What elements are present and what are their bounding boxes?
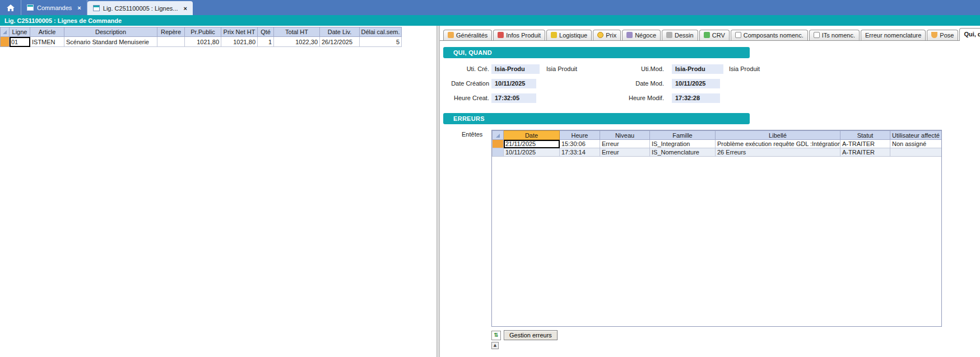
- main-area: Ligne Article Description Repère Pr.Publ…: [0, 26, 980, 357]
- home-button[interactable]: [0, 0, 21, 15]
- tab-crv[interactable]: CRV: [699, 30, 730, 40]
- sort-icon: ⇅: [494, 332, 498, 338]
- col-header-description[interactable]: Description: [64, 27, 157, 37]
- tab-infos-produit[interactable]: Infos Produit: [493, 30, 545, 40]
- col-header-prix-net-ht[interactable]: Prix Net HT: [221, 27, 258, 37]
- cell-delai[interactable]: 5: [360, 37, 402, 47]
- col-header-qte[interactable]: Qté: [258, 27, 274, 37]
- tab-qui-quand[interactable]: Qui, quand ?: [959, 28, 980, 40]
- tab-negoce[interactable]: Négoce: [622, 30, 661, 40]
- page-title: Lig. C251100005 : Lignes de Commande: [4, 17, 122, 24]
- heure-creat-field[interactable]: 17:32:05: [491, 93, 536, 103]
- spreadsheet-icon: [93, 5, 100, 11]
- cell-total-ht[interactable]: 1022,30: [274, 37, 320, 47]
- uti-cre-description: Isia Produit: [546, 65, 577, 72]
- document-icon: [814, 32, 820, 38]
- col-header-repere[interactable]: Repère: [157, 27, 185, 37]
- tab-label: Prix: [606, 32, 616, 39]
- heure-modif-field[interactable]: 17:32:28: [672, 93, 720, 103]
- col-header-date-liv[interactable]: Date Liv.: [320, 27, 360, 37]
- cell-repere[interactable]: [157, 37, 185, 47]
- tab-dessin[interactable]: Dessin: [662, 30, 698, 40]
- tab-label: ITs nomenc.: [822, 32, 855, 39]
- col-header-utilisateur[interactable]: Utilisateur affecté: [890, 131, 942, 140]
- uti-mod-field[interactable]: Isia-Produ: [672, 64, 723, 74]
- error-row[interactable]: 10/11/2025 17:33:14 Erreur IS_Nomenclatu…: [493, 148, 942, 157]
- col-header-heure[interactable]: Heure: [560, 131, 600, 140]
- date-creation-field[interactable]: 10/11/2025: [491, 79, 536, 88]
- crv-icon: [704, 32, 710, 38]
- tab-label: Pose: [940, 32, 954, 39]
- document-icon: [735, 32, 741, 38]
- heure-creat-label: Heure Creat.: [440, 95, 489, 101]
- tab-erreur-nomenclature[interactable]: Erreur nomenclature: [861, 30, 926, 40]
- cell-date[interactable]: 21/11/2025: [504, 140, 560, 148]
- close-icon[interactable]: ×: [77, 4, 81, 11]
- sort-button[interactable]: ⇅: [491, 331, 501, 340]
- tab-logistique[interactable]: Logistique: [546, 30, 592, 40]
- col-header-ligne[interactable]: Ligne: [10, 27, 30, 37]
- cell-statut[interactable]: A-TRAITER: [840, 140, 890, 148]
- cell-niveau[interactable]: Erreur: [600, 140, 650, 148]
- close-icon[interactable]: ×: [184, 5, 187, 12]
- corner-icon: [3, 30, 7, 34]
- col-header-niveau[interactable]: Niveau: [600, 131, 650, 140]
- cell-date-liv[interactable]: 26/12/2025: [320, 37, 360, 47]
- cell-description[interactable]: Scénario Standard Menuiserie: [64, 37, 157, 47]
- field-row-dates: Date Création 10/11/2025 Date Mod. 10/11…: [440, 77, 980, 92]
- window-title-bar: Lig. C251100005 : Lignes de Commande: [0, 15, 980, 26]
- error-row[interactable]: 21/11/2025 15:30:06 Erreur IS_Integratio…: [493, 140, 942, 148]
- cell-heure[interactable]: 17:33:14: [560, 148, 600, 157]
- tab-its-nomenc[interactable]: ITs nomenc.: [809, 30, 860, 40]
- tab-label: Logistique: [559, 32, 587, 39]
- cell-niveau[interactable]: Erreur: [600, 148, 650, 157]
- errors-table: Date Heure Niveau Famille Libellé Statut…: [492, 130, 942, 157]
- col-header-famille[interactable]: Famille: [650, 131, 716, 140]
- col-header-article[interactable]: Article: [30, 27, 64, 37]
- cell-libelle[interactable]: 26 Erreurs: [716, 148, 840, 157]
- cell-statut[interactable]: A-TRAITER: [840, 148, 890, 157]
- section-title: QUI, QUAND: [453, 49, 492, 56]
- home-icon: [6, 4, 15, 12]
- cell-qte[interactable]: 1: [258, 37, 274, 47]
- col-header-libelle[interactable]: Libellé: [716, 131, 840, 140]
- tab-generalites[interactable]: Généralités: [443, 30, 492, 40]
- date-creation-label: Date Création: [440, 80, 489, 87]
- detail-tab-strip: Généralités Infos Produit Logistique Pri…: [440, 26, 980, 41]
- uti-cre-field[interactable]: Isia-Produ: [491, 64, 540, 74]
- cell-article[interactable]: ISTMEN: [30, 37, 64, 47]
- col-header-statut[interactable]: Statut: [840, 131, 890, 140]
- up-arrow-icon: ▲: [494, 343, 496, 347]
- date-mod-field[interactable]: 10/11/2025: [672, 79, 720, 88]
- current-row-indicator: [1, 37, 10, 47]
- cell-pr-public[interactable]: 1021,80: [185, 37, 221, 47]
- tab-pose[interactable]: Pose: [927, 30, 958, 40]
- select-all-corner[interactable]: [1, 27, 10, 37]
- heure-modif-label: Heure Modif.: [608, 95, 664, 101]
- gestion-erreurs-button[interactable]: Gestion erreurs: [504, 330, 558, 340]
- scroll-up-button[interactable]: ▲: [491, 342, 499, 349]
- tab-prix[interactable]: Prix: [593, 30, 621, 40]
- col-header-delai[interactable]: Délai cal.sem.: [360, 27, 402, 37]
- order-lines-panel: Ligne Article Description Repère Pr.Publ…: [0, 26, 436, 357]
- cell-prix-net-ht[interactable]: 1021,80: [221, 37, 258, 47]
- cell-famille[interactable]: IS_Integration: [650, 140, 716, 148]
- tab-lignes-commande[interactable]: Lig. C251100005 : Lignes... ×: [87, 1, 193, 15]
- tab-label: Négoce: [635, 32, 656, 39]
- cell-utilisateur[interactable]: [890, 148, 942, 157]
- cell-date[interactable]: 10/11/2025: [504, 148, 560, 157]
- cell-utilisateur[interactable]: Non assigné: [890, 140, 942, 148]
- tab-composants-nomenc[interactable]: Composants nomenc.: [731, 30, 808, 40]
- cell-libelle[interactable]: Problème exécution requête GDL :Intégrat…: [716, 140, 840, 148]
- select-all-corner[interactable]: [493, 131, 504, 140]
- product-info-icon: [498, 32, 504, 38]
- cell-heure[interactable]: 15:30:06: [560, 140, 600, 148]
- col-header-pr-public[interactable]: Pr.Public: [185, 27, 221, 37]
- cell-famille[interactable]: IS_Nomenclature: [650, 148, 716, 157]
- uti-cre-label: Uti. Cré.: [440, 65, 489, 72]
- col-header-total-ht[interactable]: Total HT: [274, 27, 320, 37]
- order-line-row[interactable]: 01 ISTMEN Scénario Standard Menuiserie 1…: [1, 37, 402, 47]
- col-header-date[interactable]: Date: [504, 131, 560, 140]
- tab-commandes[interactable]: Commandes ×: [21, 0, 87, 15]
- cell-ligne[interactable]: 01: [10, 37, 30, 47]
